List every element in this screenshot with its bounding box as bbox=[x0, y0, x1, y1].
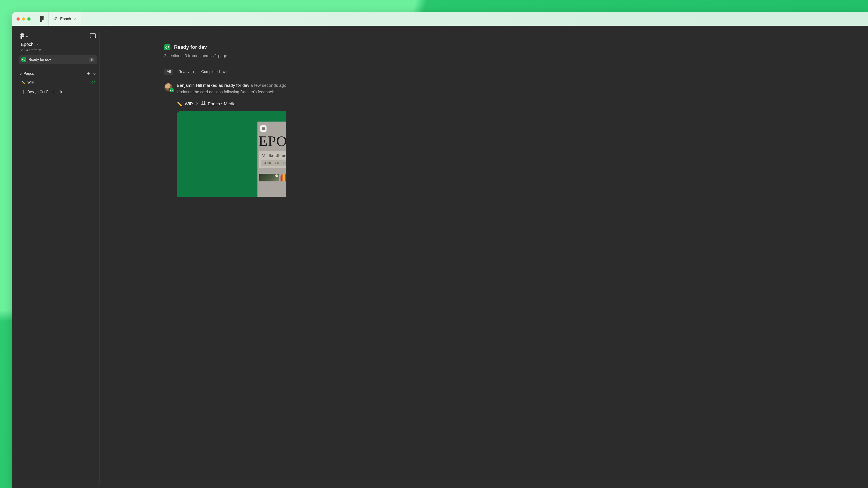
main-panel: Ready for dev 2 sections, 3 frames acros… bbox=[104, 30, 868, 488]
page-title: Ready for dev bbox=[174, 44, 207, 50]
sidebar-layout-icon bbox=[90, 33, 96, 38]
figma-logo-icon bbox=[40, 16, 44, 22]
svg-point-1 bbox=[22, 35, 24, 37]
file-subtitle: 2024 Refresh bbox=[21, 48, 95, 52]
window-controls bbox=[17, 18, 31, 21]
activity-time: a few seconds ago bbox=[250, 83, 286, 88]
dev-mode-icon bbox=[91, 80, 95, 85]
activity-headline: Benjamin Hill marked as ready for dev a … bbox=[177, 83, 286, 88]
tab-epoch[interactable]: Epoch ✕ bbox=[49, 12, 81, 26]
mock-card: Media Library SEARCH YOUR LIBRARY bbox=[259, 151, 286, 168]
breadcrumb-page[interactable]: ✏️ WIP bbox=[177, 101, 193, 106]
mock-card-title: Media Library bbox=[261, 153, 286, 158]
activity-action: marked as ready for dev bbox=[203, 83, 249, 88]
dev-badge-icon bbox=[169, 88, 174, 93]
pages-label: Pages bbox=[24, 71, 34, 76]
left-panel: Epoch 2024 Refresh Ready for dev 5 bbox=[16, 30, 100, 488]
pages-menu-button[interactable] bbox=[93, 72, 96, 75]
page-item-design-crit[interactable]: 📍 Design Crit Feedback bbox=[16, 87, 99, 97]
filter-all[interactable]: All bbox=[164, 69, 174, 75]
pencil-emoji-icon: ✏️ bbox=[177, 101, 182, 106]
figma-logo-icon bbox=[20, 33, 24, 39]
home-button[interactable] bbox=[35, 12, 49, 26]
ready-for-dev-row[interactable]: Ready for dev 5 bbox=[19, 55, 97, 64]
file-title-dropdown[interactable]: Epoch bbox=[21, 42, 95, 47]
window-zoom-button[interactable] bbox=[27, 18, 31, 21]
workspace: Epoch 2024 Refresh Ready for dev 5 bbox=[12, 26, 868, 488]
page-name: WIP bbox=[27, 80, 34, 85]
tab-label: Epoch bbox=[60, 17, 71, 21]
design-preview-frame[interactable]: EPOCH Media Library SEARCH YOUR LIBRARY … bbox=[177, 111, 286, 197]
mock-brand: EPOCH bbox=[258, 133, 286, 150]
dev-badge-icon bbox=[164, 44, 170, 51]
filter-completed[interactable]: Completed 4 bbox=[201, 70, 226, 74]
filter-row: All Ready 1 Completed 4 bbox=[164, 69, 868, 75]
page-name: Design Crit Feedback bbox=[27, 90, 62, 94]
avatar[interactable] bbox=[164, 83, 173, 92]
ready-label: Ready for dev bbox=[29, 58, 87, 62]
breadcrumb-page-label: WIP bbox=[185, 101, 193, 106]
hamburger-icon bbox=[260, 125, 267, 132]
svg-rect-2 bbox=[90, 33, 96, 38]
pages-collapse-toggle[interactable]: Pages bbox=[20, 71, 34, 76]
chevron-down-icon bbox=[20, 72, 22, 75]
chevron-right-icon bbox=[196, 101, 198, 106]
leaf-icon bbox=[53, 16, 57, 22]
main-header: Ready for dev bbox=[164, 44, 868, 51]
tab-close-button[interactable]: ✕ bbox=[74, 17, 77, 21]
breadcrumb-frame-label: Epoch • Media bbox=[208, 101, 236, 106]
mock-thumb: + bbox=[259, 174, 279, 182]
activity-note: Updating the card designs following Dami… bbox=[177, 90, 286, 94]
filter-ready-label: Ready bbox=[178, 70, 189, 74]
app-window: Epoch ✕ ＋ bbox=[12, 12, 868, 488]
ready-count-badge: 5 bbox=[89, 58, 94, 62]
pin-emoji-icon: 📍 bbox=[21, 90, 26, 94]
filter-ready[interactable]: Ready 1 bbox=[178, 70, 196, 74]
filter-ready-count: 1 bbox=[191, 70, 196, 74]
filter-completed-count: 4 bbox=[221, 70, 226, 74]
divider bbox=[164, 65, 340, 65]
activity-actor: Benjamin Hill bbox=[177, 83, 202, 88]
file-title: Epoch bbox=[21, 42, 34, 47]
mock-search-field: SEARCH YOUR LIBRARY bbox=[261, 160, 286, 166]
mock-screen: EPOCH Media Library SEARCH YOUR LIBRARY … bbox=[257, 122, 286, 197]
add-page-button[interactable]: ＋ bbox=[86, 70, 91, 77]
breadcrumb: ✏️ WIP bbox=[177, 101, 286, 106]
activity-item: Benjamin Hill marked as ready for dev a … bbox=[164, 83, 868, 197]
svg-point-0 bbox=[42, 18, 43, 20]
file-menu-button[interactable] bbox=[20, 33, 29, 39]
window-close-button[interactable] bbox=[17, 18, 20, 21]
titlebar: Epoch ✕ ＋ bbox=[12, 12, 868, 26]
new-tab-button[interactable]: ＋ bbox=[81, 15, 93, 22]
dev-badge-icon bbox=[21, 57, 26, 62]
chevron-down-icon bbox=[35, 43, 38, 46]
page-subtitle: 2 sections, 3 frames across 1 page bbox=[164, 54, 868, 58]
pencil-emoji-icon: ✏️ bbox=[21, 80, 26, 85]
breadcrumb-frame[interactable]: Epoch • Media bbox=[202, 101, 236, 106]
panel-layout-button[interactable] bbox=[90, 33, 96, 39]
window-minimize-button[interactable] bbox=[22, 18, 25, 21]
mock-thumbnails: + + + bbox=[259, 174, 286, 182]
frame-icon bbox=[202, 101, 206, 106]
mock-thumb: + bbox=[281, 174, 286, 182]
filter-completed-label: Completed bbox=[201, 70, 220, 74]
chevron-down-icon bbox=[26, 35, 29, 37]
plus-icon: + bbox=[275, 174, 278, 177]
page-item-wip[interactable]: ✏️ WIP bbox=[16, 78, 99, 87]
